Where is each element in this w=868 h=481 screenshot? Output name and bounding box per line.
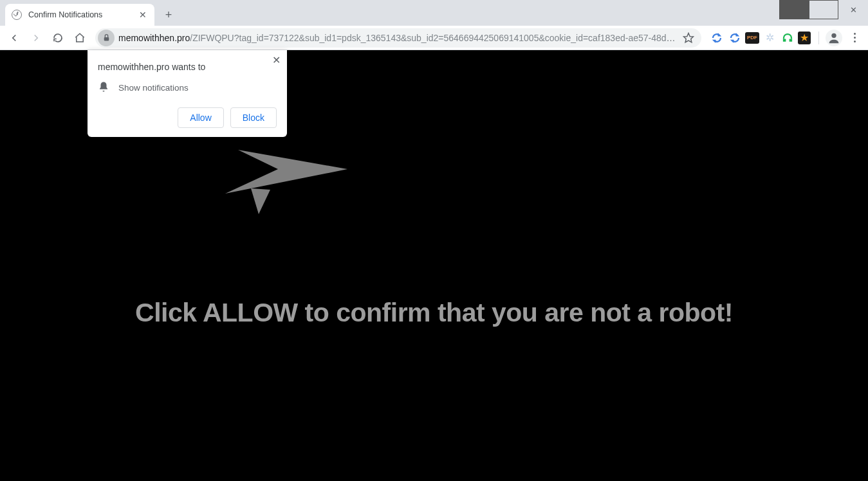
globe-icon xyxy=(12,10,22,20)
browser-tab[interactable]: Confirm Notifications ✕ xyxy=(5,4,154,26)
toolbar: memowithhen.pro/ZIFWQPU?tag_id=737122&su… xyxy=(0,26,868,50)
popup-close-icon[interactable]: ✕ xyxy=(272,54,281,66)
reload-button[interactable] xyxy=(48,28,68,48)
svg-marker-4 xyxy=(251,188,270,214)
site-info-button[interactable] xyxy=(98,30,115,46)
permission-row: Show notifications xyxy=(98,81,277,95)
person-icon xyxy=(827,31,841,45)
titlebar: Confirm Notifications ✕ + ✕ xyxy=(0,0,868,26)
extension-pdf-icon[interactable]: PDF xyxy=(745,32,759,44)
allow-button[interactable]: Allow xyxy=(178,107,223,128)
bookmark-button[interactable] xyxy=(679,29,697,47)
extension-refresh-icon[interactable] xyxy=(709,30,725,46)
home-button[interactable] xyxy=(69,28,90,48)
tab-title: Confirm Notifications xyxy=(28,10,102,19)
maximize-button[interactable] xyxy=(809,0,838,19)
new-tab-button[interactable]: + xyxy=(160,6,178,24)
popup-title: memowithhen.pro wants to xyxy=(98,62,277,72)
popup-actions: Allow Block xyxy=(98,107,277,128)
lock-icon xyxy=(102,33,111,42)
star-icon xyxy=(683,32,694,44)
svg-rect-0 xyxy=(104,37,109,41)
url-domain: memowithhen.pro xyxy=(118,33,190,43)
block-button[interactable]: Block xyxy=(230,107,277,128)
menu-button[interactable] xyxy=(845,28,864,48)
extension-star-icon[interactable]: ★ xyxy=(798,32,811,44)
window-close-button[interactable]: ✕ xyxy=(838,0,868,19)
profile-avatar[interactable] xyxy=(826,30,842,46)
extension-headphones-icon[interactable] xyxy=(780,30,795,46)
url-path: /ZIFWQPU?tag_id=737122&sub_id1=pdsk_1365… xyxy=(190,33,677,43)
divider xyxy=(818,32,819,44)
forward-button[interactable] xyxy=(26,28,46,48)
permission-text: Show notifications xyxy=(118,83,189,93)
back-button[interactable] xyxy=(4,28,24,48)
minimize-button[interactable] xyxy=(779,0,809,19)
extensions: PDF ✲ ★ xyxy=(706,30,813,46)
extension-snowflake-icon[interactable]: ✲ xyxy=(762,30,777,46)
svg-marker-1 xyxy=(684,33,694,42)
svg-point-2 xyxy=(831,33,836,37)
notification-permission-popup: ✕ memowithhen.pro wants to Show notifica… xyxy=(88,50,287,137)
url-text: memowithhen.pro/ZIFWQPU?tag_id=737122&su… xyxy=(118,33,677,43)
svg-marker-3 xyxy=(225,150,347,194)
bell-icon xyxy=(98,81,109,95)
extension-refresh2-icon[interactable] xyxy=(727,30,743,46)
main-text: Click ALLOW to confirm that you are not … xyxy=(0,298,868,328)
address-bar[interactable]: memowithhen.pro/ZIFWQPU?tag_id=737122&su… xyxy=(95,28,701,48)
tab-close-icon[interactable]: ✕ xyxy=(138,10,148,20)
arrow-graphic xyxy=(219,150,360,223)
window-controls: ✕ xyxy=(779,0,868,19)
